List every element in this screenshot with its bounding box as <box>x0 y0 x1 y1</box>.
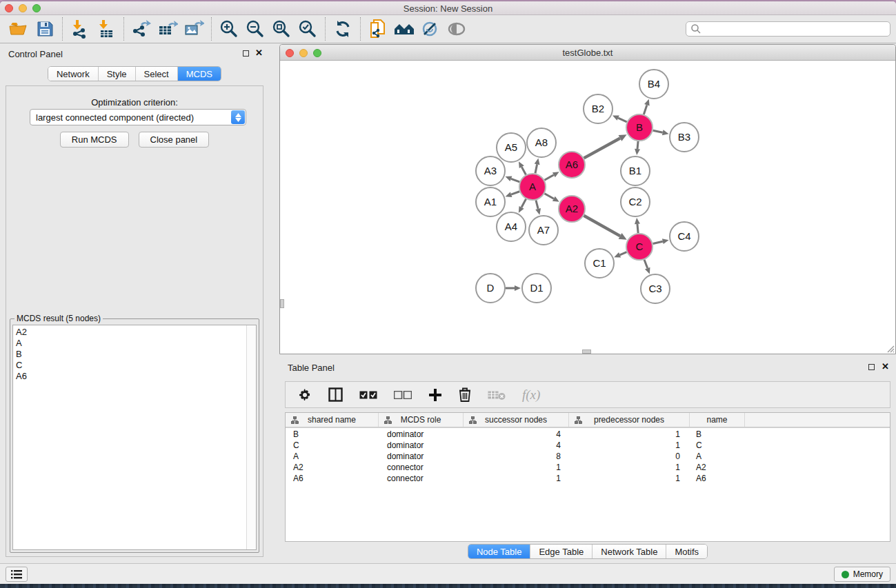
graph-edge-arrowhead <box>515 285 521 291</box>
graph-edge-B-B3[interactable] <box>653 130 663 132</box>
close-panel-icon[interactable]: ✕ <box>255 48 263 58</box>
open-session-icon[interactable] <box>6 18 32 40</box>
float-panel-icon[interactable] <box>243 50 249 57</box>
table-row[interactable]: A6connector11A6 <box>286 474 890 485</box>
tab-node-table[interactable]: Node Table <box>468 545 530 558</box>
network-window-titlebar[interactable]: testGlobe.txt <box>280 45 895 61</box>
horizontal-scroll-thumb[interactable] <box>582 349 591 354</box>
float-panel-icon[interactable] <box>868 364 875 370</box>
graph-edge-A6-B[interactable] <box>584 138 620 158</box>
control-panel-header: Control Panel ✕ <box>0 45 269 63</box>
graph-edge-C-C3[interactable] <box>644 260 648 268</box>
refresh-view-icon[interactable] <box>330 18 356 40</box>
column-header-MCDS-role[interactable]: MCDS role <box>379 413 464 427</box>
run-mcds-button[interactable]: Run MCDS <box>60 132 129 148</box>
criterion-select[interactable]: largest connected component (directed) <box>30 109 246 125</box>
resize-grip-icon[interactable] <box>885 343 895 353</box>
table-cell: C <box>690 440 745 452</box>
mcds-result-title: MCDS result (5 nodes) <box>14 314 103 323</box>
graph-node-label: A4 <box>505 221 517 232</box>
graph-edge-A-A4[interactable] <box>521 199 526 207</box>
save-session-icon[interactable] <box>32 18 58 40</box>
graph-edge-B-B2[interactable] <box>618 118 627 122</box>
graph-node-label: C1 <box>593 257 606 269</box>
show-panels-button[interactable] <box>6 567 28 582</box>
tab-network-table[interactable]: Network Table <box>592 545 666 558</box>
graph-edge-A2-C[interactable] <box>584 216 620 236</box>
table-row[interactable]: Cdominator41C <box>286 440 890 452</box>
zoom-in-icon[interactable] <box>216 18 242 40</box>
graph-edge-B-B4[interactable] <box>644 105 647 114</box>
graph-edge-A-A1[interactable] <box>511 192 519 194</box>
tab-style[interactable]: Style <box>98 67 135 81</box>
graph-edge-A-A7[interactable] <box>536 200 538 209</box>
mcds-result-item[interactable]: A2 <box>16 327 243 338</box>
graph-edge-A-A5[interactable] <box>521 167 526 174</box>
mcds-result-item[interactable]: C <box>16 360 243 371</box>
memory-button[interactable]: Memory <box>834 567 890 582</box>
table-cell: connector <box>379 474 464 485</box>
graph-node-label: A5 <box>505 141 517 153</box>
show-columns-icon[interactable] <box>328 387 343 402</box>
close-panel-button[interactable]: Close panel <box>139 132 210 148</box>
unselect-all-columns-icon[interactable] <box>394 391 412 399</box>
import-table-icon[interactable] <box>93 18 119 40</box>
control-panel-tabs: NetworkStyleSelectMCDS <box>48 66 221 81</box>
table-row[interactable]: Bdominator41B <box>286 429 890 440</box>
tab-motifs[interactable]: Motifs <box>666 545 707 558</box>
new-network-from-selection-icon[interactable] <box>365 18 391 40</box>
import-network-icon[interactable] <box>67 18 93 40</box>
show-hide-eye-icon[interactable] <box>444 18 470 40</box>
mcds-result-item[interactable]: B <box>16 349 243 360</box>
zoom-out-icon[interactable] <box>242 18 268 40</box>
graph-node-label: C <box>636 241 644 252</box>
tab-select[interactable]: Select <box>135 67 177 81</box>
control-panel: Control Panel ✕ NetworkStyleSelectMCDS O… <box>0 45 269 563</box>
tab-network[interactable]: Network <box>48 67 98 81</box>
show-graphics-details-icon[interactable] <box>417 18 444 40</box>
search-icon <box>690 23 701 34</box>
graph-edge-A-A6[interactable] <box>544 175 553 181</box>
export-network-icon[interactable] <box>128 18 155 40</box>
graph-edge-C-C2[interactable] <box>637 224 638 233</box>
column-header-name[interactable]: name <box>690 413 745 427</box>
graph-edge-A-A8[interactable] <box>535 164 537 173</box>
first-neighbors-icon[interactable] <box>391 18 417 40</box>
column-settings-gear-icon[interactable] <box>298 388 312 402</box>
zoom-selected-icon[interactable] <box>295 18 321 40</box>
table-row[interactable]: Adominator80A <box>286 452 890 463</box>
mcds-result-item[interactable]: A <box>16 338 243 349</box>
network-canvas[interactable]: B4B2BB3A8A5A6A3B1AA1C2A2A4A7C4CC1C3DD1 <box>280 61 895 354</box>
search-input[interactable] <box>686 21 890 37</box>
result-scrollbar[interactable] <box>246 325 256 549</box>
column-header-shared-name[interactable]: shared name <box>286 413 379 427</box>
vertical-scroll-thumb[interactable] <box>280 299 284 308</box>
graph-edge-A-A3[interactable] <box>511 179 519 182</box>
export-image-icon[interactable] <box>181 18 207 40</box>
table-row[interactable]: A2connector11A2 <box>286 463 890 474</box>
toolbar-separator <box>360 17 361 41</box>
export-table-icon[interactable] <box>155 18 181 40</box>
graph-edge-C-C4[interactable] <box>653 241 662 243</box>
column-header-predecessor-nodes[interactable]: predecessor nodes <box>569 413 690 427</box>
create-column-plus-icon[interactable] <box>428 388 442 402</box>
graph-edge-B-B1[interactable] <box>637 141 638 149</box>
graph-edge-C-C1[interactable] <box>620 252 627 255</box>
select-all-columns-icon[interactable] <box>359 391 377 399</box>
graph-node-label: A1 <box>484 196 497 207</box>
tab-edge-table[interactable]: Edge Table <box>530 545 592 558</box>
graph-edge-A-A2[interactable] <box>544 194 553 199</box>
mcds-result-item[interactable]: A6 <box>16 371 243 382</box>
mcds-result-box: MCDS result (5 nodes) A2ABCA6 <box>10 314 259 553</box>
desktop: Session: New Session <box>0 0 896 588</box>
delete-column-trash-icon[interactable] <box>459 387 471 402</box>
tab-mcds[interactable]: MCDS <box>177 67 221 81</box>
graph-edge-arrowhead <box>506 176 512 181</box>
zoom-fit-icon[interactable] <box>268 18 295 40</box>
column-header-successor-nodes[interactable]: successor nodes <box>464 413 569 427</box>
graph-node-label: C3 <box>648 283 661 294</box>
graph-node-label: A6 <box>566 159 578 170</box>
close-panel-icon[interactable]: ✕ <box>882 361 889 372</box>
criterion-value: largest connected component (directed) <box>36 112 194 123</box>
graph-edge-arrowhead <box>506 192 512 197</box>
